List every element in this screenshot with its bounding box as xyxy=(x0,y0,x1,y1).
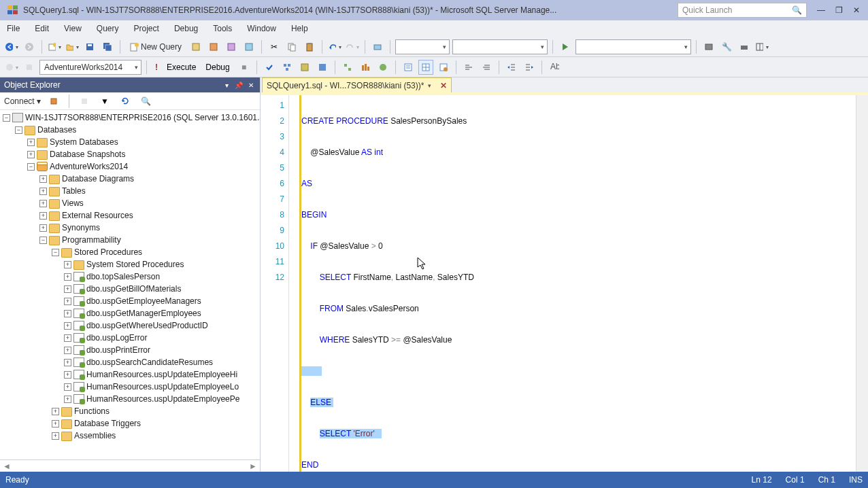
close-button[interactable]: ✕ xyxy=(848,3,865,18)
menu-tools[interactable]: Tools xyxy=(210,22,235,35)
mdx-query-button[interactable] xyxy=(224,39,239,54)
editor-scrollbar-vertical[interactable] xyxy=(856,95,868,488)
tree-adventureworks[interactable]: −AdventureWorks2014 xyxy=(0,160,260,173)
cancel-executing-button[interactable]: ■ xyxy=(237,60,252,75)
undo-button[interactable] xyxy=(327,39,342,54)
specify-values-button[interactable]: Ab xyxy=(547,60,562,75)
toolbox-button[interactable] xyxy=(737,39,752,54)
oe-search-button[interactable]: 🔍 xyxy=(138,94,153,109)
find-select[interactable] xyxy=(575,39,691,54)
tree-functions[interactable]: +Functions xyxy=(0,405,260,417)
copy-button[interactable] xyxy=(284,39,299,54)
cut-button[interactable]: ✂ xyxy=(267,39,282,54)
display-plan-button[interactable] xyxy=(280,60,295,75)
properties-button[interactable]: 🔧 xyxy=(719,39,734,54)
new-query-button[interactable]: New Query xyxy=(125,42,186,52)
tree-system-databases[interactable]: +System Databases xyxy=(0,136,260,148)
tree-programmability[interactable]: −Programmability xyxy=(0,234,260,246)
include-plan-button[interactable] xyxy=(340,60,355,75)
connect-button[interactable]: Connect ▾ xyxy=(4,97,41,106)
execute-button[interactable]: Execute xyxy=(164,63,199,72)
increase-indent-button[interactable] xyxy=(522,60,537,75)
redo-button[interactable] xyxy=(345,39,360,54)
menu-edit[interactable]: Edit xyxy=(32,22,52,35)
comment-button[interactable] xyxy=(461,60,476,75)
menu-file[interactable]: File xyxy=(4,22,22,35)
tree-database-triggers[interactable]: +Database Triggers xyxy=(0,417,260,430)
oe-filter-button[interactable]: ▼ xyxy=(97,94,112,109)
nav-forward-button[interactable] xyxy=(22,39,37,54)
tree-sp-item[interactable]: +dbo.uspGetWhereUsedProductID xyxy=(0,319,260,332)
tree-databases[interactable]: −Databases xyxy=(0,124,260,136)
tree-sp-item[interactable]: +dbo.uspGetEmployeeManagers xyxy=(0,295,260,307)
results-text-button[interactable] xyxy=(401,60,416,75)
save-all-button[interactable] xyxy=(100,39,115,54)
tree-server[interactable]: −WIN-1SJT7SOR888\ENTERPRISE2016 (SQL Ser… xyxy=(0,111,260,124)
tree-sp-item[interactable]: +HumanResources.uspUpdateEmployeeHi xyxy=(0,368,260,381)
editor-tab[interactable]: SQLQuery1.sql - WI...7SOR888\kiani (53))… xyxy=(262,77,452,92)
tree-sp-item[interactable]: +dbo.uspGetBillOfMaterials xyxy=(0,283,260,295)
available-db-button[interactable] xyxy=(22,60,37,75)
solution-platform-select[interactable] xyxy=(452,39,548,54)
analysis-query-button[interactable] xyxy=(206,39,221,54)
menu-debug[interactable]: Debug xyxy=(171,22,201,35)
tree-views[interactable]: +Views xyxy=(0,197,260,209)
dmx-query-button[interactable] xyxy=(241,39,256,54)
debug-button[interactable]: Debug xyxy=(201,63,233,72)
tree-sp-item[interactable]: +dbo.uspPrintError xyxy=(0,344,260,356)
tree-sp-item[interactable]: +HumanResources.uspUpdateEmployeePe xyxy=(0,393,260,405)
decrease-indent-button[interactable] xyxy=(504,60,519,75)
db-engine-query-button[interactable] xyxy=(188,39,203,54)
code-editor[interactable]: 123456789101112 CREATE PROCEDURE SalesPe… xyxy=(261,92,868,488)
tree-sp-item[interactable]: +dbo.uspSearchCandidateResumes xyxy=(0,356,260,368)
cancel-query-icon[interactable]: ! xyxy=(152,63,161,72)
tree-synonyms[interactable]: +Synonyms xyxy=(0,222,260,234)
paste-button[interactable] xyxy=(302,39,317,54)
nav-back-button[interactable] xyxy=(4,39,19,54)
tree-stored-procedures[interactable]: −Stored Procedures xyxy=(0,246,260,258)
tab-close-button[interactable]: ✕ xyxy=(440,81,447,90)
tree-sp-item[interactable]: +dbo.uspGetManagerEmployees xyxy=(0,307,260,319)
tree-tables[interactable]: +Tables xyxy=(0,185,260,197)
minimize-button[interactable]: — xyxy=(812,3,830,18)
menu-help[interactable]: Help xyxy=(288,22,311,35)
parse-button[interactable] xyxy=(262,60,277,75)
menu-view[interactable]: View xyxy=(61,22,84,35)
results-grid-button[interactable] xyxy=(418,60,433,75)
include-client-stats-button[interactable] xyxy=(375,60,390,75)
intellisense-button[interactable] xyxy=(315,60,330,75)
database-selector[interactable]: AdventureWorks2014 xyxy=(39,60,141,75)
activity-monitor-button[interactable] xyxy=(370,39,385,54)
save-button[interactable] xyxy=(82,39,97,54)
change-connection-button[interactable] xyxy=(4,60,19,75)
solution-config-select[interactable] xyxy=(395,39,450,54)
quick-launch-input[interactable]: Quick Launch 🔍 xyxy=(678,3,807,18)
tree-assemblies[interactable]: +Assemblies xyxy=(0,430,260,442)
panel-close-button[interactable]: ✕ xyxy=(246,80,256,90)
start-debug-button[interactable] xyxy=(558,39,573,54)
results-file-button[interactable] xyxy=(436,60,451,75)
open-button[interactable] xyxy=(65,39,80,54)
uncomment-button[interactable] xyxy=(479,60,494,75)
oe-refresh-button[interactable] xyxy=(118,94,133,109)
include-live-stats-button[interactable] xyxy=(358,60,373,75)
object-explorer-tree[interactable]: −WIN-1SJT7SOR888\ENTERPRISE2016 (SQL Ser… xyxy=(0,110,260,459)
tree-sp-item[interactable]: +HumanResources.uspUpdateEmployeeLo xyxy=(0,381,260,393)
query-options-button[interactable] xyxy=(297,60,312,75)
new-project-button[interactable] xyxy=(47,39,62,54)
tree-external-resources[interactable]: +External Resources xyxy=(0,209,260,222)
panel-dropdown-button[interactable]: ▾ xyxy=(222,80,231,90)
menu-window[interactable]: Window xyxy=(244,22,279,35)
oe-disconnect-button[interactable] xyxy=(46,94,61,109)
code-content[interactable]: CREATE PROCEDURE SalesPersonBySales @Sal… xyxy=(301,95,856,488)
tree-system-stored-procedures[interactable]: +System Stored Procedures xyxy=(0,258,260,271)
registered-servers-button[interactable] xyxy=(701,39,716,54)
window-layout-button[interactable] xyxy=(754,39,769,54)
tab-dropdown-icon[interactable]: ▾ xyxy=(428,82,436,89)
oe-scrollbar-horizontal[interactable]: ◄► xyxy=(0,459,260,472)
menu-project[interactable]: Project xyxy=(131,22,162,35)
restore-button[interactable]: ❐ xyxy=(830,3,848,18)
oe-stop-button[interactable] xyxy=(77,94,92,109)
tree-database-snapshots[interactable]: +Database Snapshots xyxy=(0,148,260,160)
menu-query[interactable]: Query xyxy=(94,22,122,35)
